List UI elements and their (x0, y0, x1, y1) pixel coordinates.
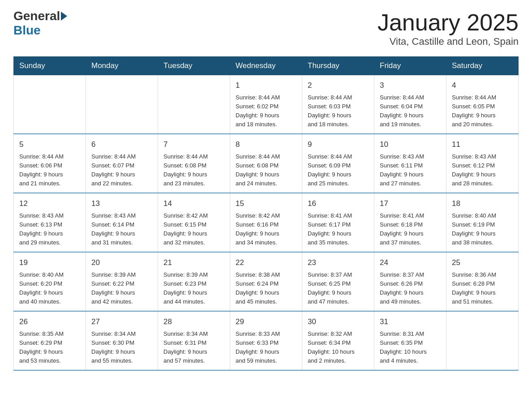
day-number-19: 19 (19, 257, 80, 269)
weekday-header-friday: Friday (374, 57, 446, 75)
day-info-16: Sunrise: 8:41 AM Sunset: 6:17 PM Dayligh… (308, 211, 369, 248)
day-number-4: 4 (452, 80, 513, 91)
calendar-cell-w2-d3: 7Sunrise: 8:44 AM Sunset: 6:08 PM Daylig… (158, 134, 230, 193)
calendar-cell-w1-d7: 4Sunrise: 8:44 AM Sunset: 6:05 PM Daylig… (446, 75, 519, 134)
day-number-17: 17 (380, 198, 441, 210)
weekday-header-saturday: Saturday (446, 57, 519, 75)
day-info-20: Sunrise: 8:39 AM Sunset: 6:22 PM Dayligh… (91, 270, 152, 307)
calendar-cell-w1-d4: 1Sunrise: 8:44 AM Sunset: 6:02 PM Daylig… (230, 75, 302, 134)
calendar-cell-w4-d3: 21Sunrise: 8:39 AM Sunset: 6:23 PM Dayli… (158, 252, 230, 311)
calendar-week-2: 5Sunrise: 8:44 AM Sunset: 6:06 PM Daylig… (14, 134, 519, 193)
weekday-header-wednesday: Wednesday (230, 57, 302, 75)
weekday-header-monday: Monday (86, 57, 158, 75)
calendar-cell-w3-d2: 13Sunrise: 8:43 AM Sunset: 6:14 PM Dayli… (86, 193, 158, 252)
calendar-cell-w1-d3 (158, 75, 230, 134)
day-number-20: 20 (91, 257, 152, 269)
calendar-cell-w1-d1 (14, 75, 86, 134)
day-info-13: Sunrise: 8:43 AM Sunset: 6:14 PM Dayligh… (91, 211, 152, 248)
title-block: January 2025 Vita, Castille and Leon, Sp… (378, 9, 519, 47)
day-number-28: 28 (163, 316, 224, 328)
day-number-13: 13 (91, 198, 152, 210)
calendar-cell-w4-d6: 24Sunrise: 8:37 AM Sunset: 6:26 PM Dayli… (374, 252, 446, 311)
calendar-cell-w4-d5: 23Sunrise: 8:37 AM Sunset: 6:25 PM Dayli… (302, 252, 374, 311)
calendar-cell-w2-d2: 6Sunrise: 8:44 AM Sunset: 6:07 PM Daylig… (86, 134, 158, 193)
day-info-30: Sunrise: 8:32 AM Sunset: 6:34 PM Dayligh… (308, 330, 369, 366)
day-number-26: 26 (19, 316, 80, 328)
calendar-cell-w2-d4: 8Sunrise: 8:44 AM Sunset: 6:08 PM Daylig… (230, 134, 302, 193)
day-number-5: 5 (19, 139, 80, 150)
calendar-cell-w1-d5: 2Sunrise: 8:44 AM Sunset: 6:03 PM Daylig… (302, 75, 374, 134)
day-info-10: Sunrise: 8:43 AM Sunset: 6:11 PM Dayligh… (380, 152, 441, 188)
day-info-29: Sunrise: 8:33 AM Sunset: 6:33 PM Dayligh… (236, 330, 296, 366)
day-info-17: Sunrise: 8:41 AM Sunset: 6:18 PM Dayligh… (380, 211, 441, 248)
calendar-cell-w5-d2: 27Sunrise: 8:34 AM Sunset: 6:30 PM Dayli… (86, 311, 158, 370)
day-number-27: 27 (91, 316, 152, 328)
day-info-12: Sunrise: 8:43 AM Sunset: 6:13 PM Dayligh… (19, 211, 80, 248)
day-info-23: Sunrise: 8:37 AM Sunset: 6:25 PM Dayligh… (308, 270, 369, 307)
calendar-cell-w5-d5: 30Sunrise: 8:32 AM Sunset: 6:34 PM Dayli… (302, 311, 374, 370)
page-header: General Blue January 2025 Vita, Castille… (13, 9, 519, 47)
calendar-cell-w2-d5: 9Sunrise: 8:44 AM Sunset: 6:09 PM Daylig… (302, 134, 374, 193)
day-info-31: Sunrise: 8:31 AM Sunset: 6:35 PM Dayligh… (380, 330, 441, 366)
calendar-body: 1Sunrise: 8:44 AM Sunset: 6:02 PM Daylig… (14, 75, 519, 371)
calendar-cell-w4-d7: 25Sunrise: 8:36 AM Sunset: 6:28 PM Dayli… (446, 252, 519, 311)
calendar-week-5: 26Sunrise: 8:35 AM Sunset: 6:29 PM Dayli… (14, 311, 519, 370)
logo-arrow-icon (61, 12, 67, 21)
day-number-14: 14 (163, 198, 224, 210)
day-info-11: Sunrise: 8:43 AM Sunset: 6:12 PM Dayligh… (452, 152, 513, 188)
location-title: Vita, Castille and Leon, Spain (378, 36, 519, 47)
logo-blue-text: Blue (13, 23, 41, 38)
calendar-table: SundayMondayTuesdayWednesdayThursdayFrid… (13, 56, 519, 371)
day-info-19: Sunrise: 8:40 AM Sunset: 6:20 PM Dayligh… (19, 270, 80, 307)
day-number-9: 9 (308, 139, 369, 150)
day-info-2: Sunrise: 8:44 AM Sunset: 6:03 PM Dayligh… (308, 93, 369, 129)
calendar-header: SundayMondayTuesdayWednesdayThursdayFrid… (14, 57, 519, 75)
day-number-24: 24 (380, 257, 441, 269)
day-info-5: Sunrise: 8:44 AM Sunset: 6:06 PM Dayligh… (19, 152, 80, 188)
day-info-26: Sunrise: 8:35 AM Sunset: 6:29 PM Dayligh… (19, 330, 80, 366)
day-number-23: 23 (308, 257, 369, 269)
calendar-week-1: 1Sunrise: 8:44 AM Sunset: 6:02 PM Daylig… (14, 75, 519, 134)
day-info-24: Sunrise: 8:37 AM Sunset: 6:26 PM Dayligh… (380, 270, 441, 307)
day-number-21: 21 (163, 257, 224, 269)
calendar-cell-w5-d4: 29Sunrise: 8:33 AM Sunset: 6:33 PM Dayli… (230, 311, 302, 370)
calendar-cell-w3-d4: 15Sunrise: 8:42 AM Sunset: 6:16 PM Dayli… (230, 193, 302, 252)
day-info-18: Sunrise: 8:40 AM Sunset: 6:19 PM Dayligh… (452, 211, 513, 248)
day-info-22: Sunrise: 8:38 AM Sunset: 6:24 PM Dayligh… (236, 270, 296, 307)
day-number-29: 29 (236, 316, 296, 328)
calendar-cell-w2-d1: 5Sunrise: 8:44 AM Sunset: 6:06 PM Daylig… (14, 134, 86, 193)
day-number-2: 2 (308, 80, 369, 91)
day-info-4: Sunrise: 8:44 AM Sunset: 6:05 PM Dayligh… (452, 93, 513, 129)
logo: General Blue (13, 9, 68, 38)
calendar-cell-w3-d3: 14Sunrise: 8:42 AM Sunset: 6:15 PM Dayli… (158, 193, 230, 252)
weekday-header-sunday: Sunday (14, 57, 86, 75)
month-title: January 2025 (378, 9, 519, 36)
calendar-cell-w3-d6: 17Sunrise: 8:41 AM Sunset: 6:18 PM Dayli… (374, 193, 446, 252)
calendar-cell-w2-d6: 10Sunrise: 8:43 AM Sunset: 6:11 PM Dayli… (374, 134, 446, 193)
day-info-8: Sunrise: 8:44 AM Sunset: 6:08 PM Dayligh… (236, 152, 296, 188)
day-number-6: 6 (91, 139, 152, 150)
calendar-week-3: 12Sunrise: 8:43 AM Sunset: 6:13 PM Dayli… (14, 193, 519, 252)
day-number-15: 15 (236, 198, 296, 210)
day-info-3: Sunrise: 8:44 AM Sunset: 6:04 PM Dayligh… (380, 93, 441, 129)
day-number-31: 31 (380, 316, 441, 328)
calendar-cell-w1-d6: 3Sunrise: 8:44 AM Sunset: 6:04 PM Daylig… (374, 75, 446, 134)
day-info-1: Sunrise: 8:44 AM Sunset: 6:02 PM Dayligh… (236, 93, 296, 129)
calendar-cell-w5-d1: 26Sunrise: 8:35 AM Sunset: 6:29 PM Dayli… (14, 311, 86, 370)
day-number-22: 22 (236, 257, 296, 269)
day-number-25: 25 (452, 257, 513, 269)
calendar-cell-w4-d2: 20Sunrise: 8:39 AM Sunset: 6:22 PM Dayli… (86, 252, 158, 311)
day-number-8: 8 (236, 139, 296, 150)
calendar-cell-w3-d1: 12Sunrise: 8:43 AM Sunset: 6:13 PM Dayli… (14, 193, 86, 252)
calendar-cell-w5-d3: 28Sunrise: 8:34 AM Sunset: 6:31 PM Dayli… (158, 311, 230, 370)
calendar-cell-w5-d6: 31Sunrise: 8:31 AM Sunset: 6:35 PM Dayli… (374, 311, 446, 370)
day-number-7: 7 (163, 139, 224, 150)
day-info-25: Sunrise: 8:36 AM Sunset: 6:28 PM Dayligh… (452, 270, 513, 307)
calendar-week-4: 19Sunrise: 8:40 AM Sunset: 6:20 PM Dayli… (14, 252, 519, 311)
day-number-10: 10 (380, 139, 441, 150)
day-info-6: Sunrise: 8:44 AM Sunset: 6:07 PM Dayligh… (91, 152, 152, 188)
calendar-cell-w5-d7 (446, 311, 519, 370)
logo-general-text: General (13, 9, 60, 23)
calendar-cell-w3-d7: 18Sunrise: 8:40 AM Sunset: 6:19 PM Dayli… (446, 193, 519, 252)
calendar-cell-w3-d5: 16Sunrise: 8:41 AM Sunset: 6:17 PM Dayli… (302, 193, 374, 252)
